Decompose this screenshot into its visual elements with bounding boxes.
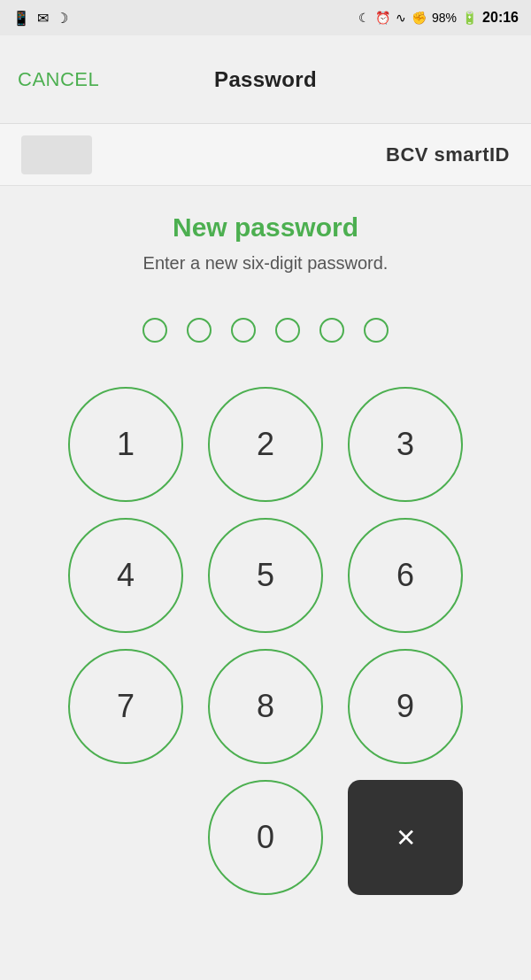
time-display: 20:16 <box>482 10 519 26</box>
key-7[interactable]: 7 <box>68 649 183 764</box>
keypad-empty-space <box>68 780 183 895</box>
pin-dot-5 <box>319 318 344 343</box>
keypad: 1 2 3 4 5 6 7 8 9 0 ✕ <box>35 387 496 895</box>
wifi-icon: ∿ <box>396 11 406 25</box>
alarm-icon: ⏰ <box>375 11 390 25</box>
battery-icon: 🔋 <box>462 11 477 25</box>
key-3[interactable]: 3 <box>348 387 463 502</box>
battery-percent: 98% <box>432 11 457 25</box>
nav-bar: CANCEL Password <box>0 35 531 124</box>
logo-image <box>21 135 92 174</box>
moon-icon-2: ☾ <box>358 11 370 25</box>
whatsapp-icon: 📱 <box>12 10 30 27</box>
pin-dot-6 <box>364 318 389 343</box>
status-bar-right: ☾ ⏰ ∿ ✊ 98% 🔋 20:16 <box>358 10 519 26</box>
delete-button[interactable]: ✕ <box>348 780 463 895</box>
key-0[interactable]: 0 <box>208 780 323 895</box>
key-1[interactable]: 1 <box>68 387 183 502</box>
logo-row: BCV smartID <box>0 124 531 186</box>
signal-icon: ✊ <box>412 11 427 25</box>
status-bar: 📱 ✉ ☽ ☾ ⏰ ∿ ✊ 98% 🔋 20:16 <box>0 0 531 35</box>
keypad-row-3: 7 8 9 <box>68 649 463 764</box>
gmail-icon: ✉ <box>37 10 49 27</box>
page-title: Password <box>214 67 317 92</box>
main-content: New password Enter a new six-digit passw… <box>0 186 531 913</box>
key-4[interactable]: 4 <box>68 518 183 633</box>
new-password-heading: New password <box>173 212 358 243</box>
key-9[interactable]: 9 <box>348 649 463 764</box>
key-2[interactable]: 2 <box>208 387 323 502</box>
key-6[interactable]: 6 <box>348 518 463 633</box>
delete-icon: ✕ <box>396 823 416 853</box>
keypad-row-4: 0 ✕ <box>68 780 463 895</box>
pin-dot-3 <box>231 318 256 343</box>
pin-dots-row <box>142 318 389 343</box>
status-bar-left: 📱 ✉ ☽ <box>12 10 68 27</box>
pin-dot-1 <box>142 318 167 343</box>
pin-dot-4 <box>275 318 300 343</box>
keypad-row-2: 4 5 6 <box>68 518 463 633</box>
key-8[interactable]: 8 <box>208 649 323 764</box>
cancel-button[interactable]: CANCEL <box>18 68 99 91</box>
pin-dot-2 <box>187 318 212 343</box>
moon-icon: ☽ <box>56 10 68 27</box>
key-5[interactable]: 5 <box>208 518 323 633</box>
keypad-row-1: 1 2 3 <box>68 387 463 502</box>
new-password-subtitle: Enter a new six-digit password. <box>143 253 389 274</box>
app-name: BCV smartID <box>386 143 510 166</box>
